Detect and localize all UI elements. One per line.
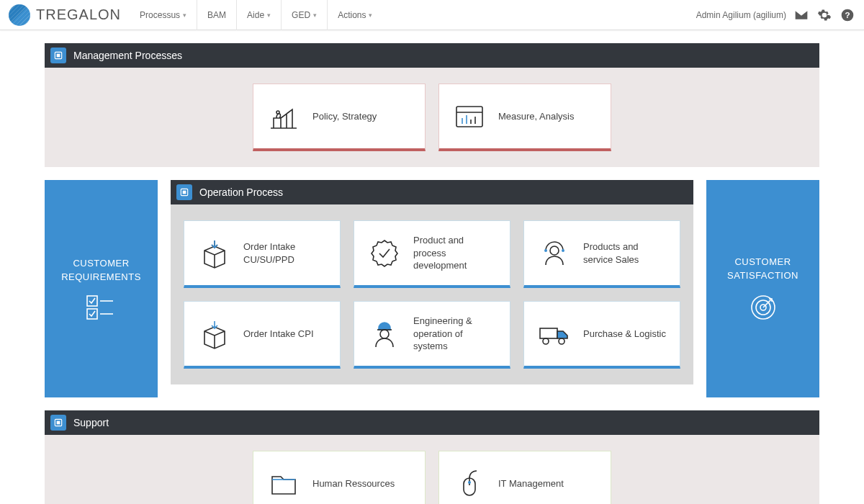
section-title: Management Processes xyxy=(73,50,182,61)
svg-rect-11 xyxy=(183,191,186,194)
nav-actions[interactable]: Actions ▾ xyxy=(327,0,382,30)
factory-icon xyxy=(266,99,301,134)
svg-rect-6 xyxy=(87,296,97,306)
nav-label: Actions xyxy=(338,10,366,20)
brand[interactable]: TREGALON xyxy=(9,4,121,26)
card-label: Engineering & operation of systems xyxy=(413,315,497,353)
headset-icon xyxy=(537,236,572,271)
card-order-intake-cu[interactable]: Order Intake CU/SU/PPD xyxy=(184,220,341,288)
box-arrow-icon xyxy=(197,317,232,351)
box-arrow-icon xyxy=(197,236,232,271)
nav-aide[interactable]: Aide ▾ xyxy=(236,0,281,30)
section-operation-row: CUSTOMER REQUIREMENTS Operation Process xyxy=(45,180,819,397)
svg-point-12 xyxy=(550,246,559,255)
section-header-management: Management Processes xyxy=(45,43,819,68)
section-icon xyxy=(50,415,66,431)
card-purchase-logistic[interactable]: Purchase & Logistic xyxy=(523,301,680,369)
side-title: CUSTOMER SATISFACTION xyxy=(715,255,811,283)
brand-text: TREGALON xyxy=(36,6,121,23)
target-icon xyxy=(747,292,779,323)
section-title: Operation Process xyxy=(199,186,283,198)
card-label: Order Intake CU/SU/PPD xyxy=(243,240,327,266)
gear-icon[interactable] xyxy=(816,7,832,23)
logo-icon xyxy=(9,4,30,26)
nav-label: Processus xyxy=(140,10,180,20)
chevron-down-icon: ▾ xyxy=(267,12,271,19)
nav-bam[interactable]: BAM xyxy=(197,0,236,30)
card-measure-analysis[interactable]: Measure, Analysis xyxy=(438,84,611,151)
card-label: Measure, Analysis xyxy=(498,110,575,123)
section-operation: Operation Process Order Intake CU/SU/PPD xyxy=(171,180,693,384)
card-product-dev[interactable]: Product and process development xyxy=(354,220,510,288)
card-label: Order Intake CPI xyxy=(243,328,314,341)
truck-icon xyxy=(537,317,572,351)
mouse-icon xyxy=(452,467,487,501)
svg-text:?: ? xyxy=(845,10,850,19)
side-customer-requirements: CUSTOMER REQUIREMENTS xyxy=(45,180,158,397)
card-label: Products and service Sales xyxy=(583,240,667,266)
card-it-management[interactable]: IT Management xyxy=(438,451,611,504)
chevron-down-icon: ▾ xyxy=(369,12,372,19)
section-header-operation: Operation Process xyxy=(171,180,693,204)
card-label: Policy, Strategy xyxy=(312,110,377,123)
svg-rect-16 xyxy=(540,328,557,338)
nav-label: GED xyxy=(292,10,310,20)
card-label: Purchase & Logistic xyxy=(583,328,666,341)
top-nav: TREGALON Processus ▾ BAM Aide ▾ GED ▾ Ac… xyxy=(0,0,864,30)
section-title: Support xyxy=(73,417,109,428)
card-products-sales[interactable]: Products and service Sales xyxy=(523,220,680,288)
help-icon[interactable]: ? xyxy=(840,7,855,23)
svg-point-13 xyxy=(562,249,564,252)
card-label: IT Management xyxy=(498,477,564,490)
section-management: Management Processes Policy, Strategy Me… xyxy=(45,43,819,167)
section-body-support: Human Ressources IT Management xyxy=(45,435,819,504)
svg-rect-23 xyxy=(57,421,60,425)
card-engineering[interactable]: Engineering & operation of systems xyxy=(354,301,510,369)
user-label: Admin Agilium (agilium) xyxy=(696,10,786,20)
card-order-intake-cpi[interactable]: Order Intake CPI xyxy=(184,301,341,369)
nav-processus[interactable]: Processus ▾ xyxy=(130,0,197,30)
svg-point-15 xyxy=(380,330,389,338)
top-icons: ? xyxy=(793,7,855,23)
section-icon xyxy=(176,184,192,200)
svg-rect-5 xyxy=(456,107,482,127)
folder-icon xyxy=(266,467,301,501)
svg-rect-8 xyxy=(87,309,97,319)
svg-point-14 xyxy=(544,249,547,252)
nav-label: BAM xyxy=(207,10,226,20)
svg-point-17 xyxy=(543,338,549,344)
card-policy-strategy[interactable]: Policy, Strategy xyxy=(253,84,426,151)
section-header-support: Support xyxy=(45,410,819,435)
nav-label: Aide xyxy=(247,10,264,20)
card-label: Product and process development xyxy=(413,234,497,272)
section-icon xyxy=(50,48,66,63)
nav-ged[interactable]: GED ▾ xyxy=(281,0,327,30)
nav-items: Processus ▾ BAM Aide ▾ GED ▾ Actions ▾ xyxy=(130,0,382,30)
section-body-operation: Order Intake CU/SU/PPD Product and proce… xyxy=(171,204,693,384)
svg-point-18 xyxy=(559,338,564,344)
mail-icon[interactable] xyxy=(793,7,809,23)
card-label: Human Ressources xyxy=(312,477,395,490)
section-support: Support Human Ressources IT Management xyxy=(45,410,819,504)
page-body: Management Processes Policy, Strategy Me… xyxy=(0,30,864,504)
svg-point-25 xyxy=(468,481,471,484)
svg-point-4 xyxy=(276,111,279,114)
chevron-down-icon: ▾ xyxy=(313,12,317,19)
side-customer-satisfaction: CUSTOMER SATISFACTION xyxy=(706,180,819,397)
engineer-icon xyxy=(367,317,402,351)
chart-icon xyxy=(452,99,487,134)
card-human-resources[interactable]: Human Ressources xyxy=(253,451,426,504)
svg-rect-3 xyxy=(57,54,60,58)
chevron-down-icon: ▾ xyxy=(183,12,186,19)
badge-check-icon xyxy=(367,236,402,271)
side-title: CUSTOMER REQUIREMENTS xyxy=(53,256,149,284)
checklist-icon xyxy=(86,293,117,322)
section-body-management: Policy, Strategy Measure, Analysis xyxy=(45,68,819,167)
